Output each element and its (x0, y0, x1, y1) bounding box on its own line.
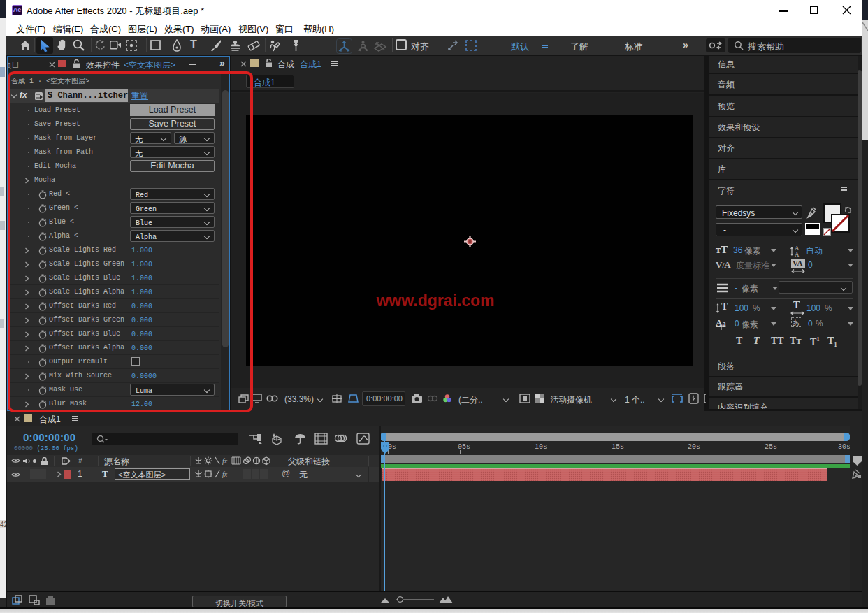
svg-text:fx: fx (222, 470, 228, 478)
svg-text:fx: fx (222, 457, 228, 465)
svg-text:A: A (795, 251, 800, 257)
